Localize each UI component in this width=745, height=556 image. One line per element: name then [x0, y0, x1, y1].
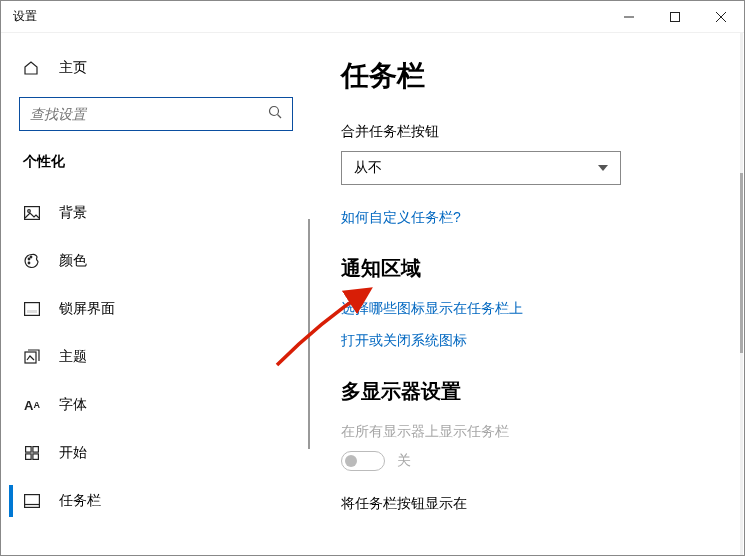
main-content: 任务栏 合并任务栏按钮 从不 如何自定义任务栏? 通知区域 选择哪些图标显示在任… — [311, 33, 744, 555]
home-link[interactable]: 主页 — [9, 53, 303, 83]
svg-point-8 — [28, 258, 30, 260]
start-icon — [23, 446, 41, 460]
multi-monitor-heading: 多显示器设置 — [341, 378, 714, 405]
themes-icon — [23, 349, 41, 365]
main-scrollbar-thumb[interactable] — [740, 173, 743, 353]
sidebar-item-themes[interactable]: 主题 — [9, 333, 303, 381]
window-controls — [606, 1, 744, 33]
minimize-button[interactable] — [606, 1, 652, 33]
sidebar-item-colors[interactable]: 颜色 — [9, 237, 303, 285]
sidebar-item-lockscreen[interactable]: 锁屏界面 — [9, 285, 303, 333]
notification-area-heading: 通知区域 — [341, 255, 714, 282]
home-icon — [23, 60, 41, 76]
titlebar: 设置 — [1, 1, 744, 33]
sidebar-item-label: 主题 — [59, 348, 87, 366]
home-label: 主页 — [59, 59, 87, 77]
multi-monitor-toggle[interactable] — [341, 451, 385, 471]
sidebar-item-taskbar[interactable]: 任务栏 — [9, 477, 303, 525]
sidebar-item-label: 开始 — [59, 444, 87, 462]
svg-rect-6 — [25, 207, 40, 220]
svg-rect-1 — [671, 12, 680, 21]
search-input[interactable] — [30, 106, 268, 122]
sidebar-item-label: 任务栏 — [59, 492, 101, 510]
combine-value: 从不 — [354, 159, 382, 177]
svg-point-10 — [28, 262, 30, 264]
svg-point-4 — [270, 107, 279, 116]
svg-point-9 — [30, 256, 32, 258]
svg-rect-13 — [25, 352, 36, 363]
sidebar-item-label: 背景 — [59, 204, 87, 222]
customize-taskbar-link[interactable]: 如何自定义任务栏? — [341, 209, 714, 227]
taskbar-icon — [23, 494, 41, 508]
sidebar-scrollbar[interactable] — [308, 219, 310, 449]
palette-icon — [23, 253, 41, 269]
svg-rect-16 — [26, 454, 32, 460]
combine-label: 合并任务栏按钮 — [341, 123, 714, 141]
sidebar-section-title: 个性化 — [9, 153, 303, 171]
sidebar-item-background[interactable]: 背景 — [9, 189, 303, 237]
sidebar-item-start[interactable]: 开始 — [9, 429, 303, 477]
svg-point-7 — [28, 210, 31, 213]
svg-rect-17 — [33, 454, 39, 460]
maximize-button[interactable] — [652, 1, 698, 33]
select-icons-link[interactable]: 选择哪些图标显示在任务栏上 — [341, 300, 714, 318]
lockscreen-icon — [23, 302, 41, 316]
svg-rect-11 — [25, 303, 40, 316]
svg-rect-14 — [26, 447, 32, 453]
svg-rect-12 — [27, 310, 37, 313]
multi-monitor-text: 在所有显示器上显示任务栏 — [341, 423, 714, 441]
svg-rect-18 — [25, 495, 40, 508]
search-box[interactable] — [19, 97, 293, 131]
svg-rect-15 — [33, 447, 39, 453]
sidebar-item-label: 锁屏界面 — [59, 300, 115, 318]
sidebar-item-fonts[interactable]: AA 字体 — [9, 381, 303, 429]
sidebar: 主页 个性化 背景 颜色 — [1, 33, 311, 555]
combine-select[interactable]: 从不 — [341, 151, 621, 185]
page-title: 任务栏 — [341, 57, 714, 95]
font-icon: AA — [23, 398, 41, 413]
show-buttons-label: 将任务栏按钮显示在 — [341, 495, 714, 513]
window-title: 设置 — [1, 8, 606, 25]
sidebar-item-label: 字体 — [59, 396, 87, 414]
system-icons-link[interactable]: 打开或关闭系统图标 — [341, 332, 714, 350]
search-icon — [268, 105, 282, 123]
close-button[interactable] — [698, 1, 744, 33]
toggle-state-label: 关 — [397, 452, 411, 470]
main-scrollbar-track — [740, 33, 743, 555]
sidebar-item-label: 颜色 — [59, 252, 87, 270]
svg-line-5 — [278, 115, 282, 119]
picture-icon — [23, 206, 41, 220]
